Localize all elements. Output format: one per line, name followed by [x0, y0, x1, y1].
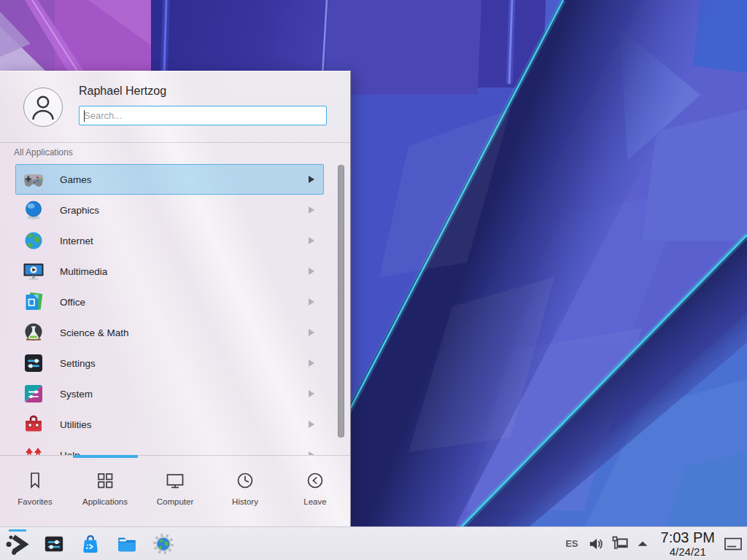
- applications-icon: [95, 470, 115, 491]
- kde-launcher-icon: [5, 532, 30, 556]
- search-field[interactable]: [79, 106, 327, 125]
- user-avatar[interactable]: [23, 88, 63, 127]
- leave-icon: [305, 470, 325, 491]
- taskbar-launchers: [4, 527, 177, 560]
- system-tray: ES 7:03 PM 4/24/21: [565, 527, 747, 560]
- category-label: Utilities: [60, 419, 309, 430]
- favorites-icon: [25, 470, 45, 491]
- category-label: Graphics: [60, 205, 309, 216]
- submenu-arrow-icon: [309, 237, 314, 244]
- submenu-arrow-icon: [309, 421, 314, 428]
- submenu-arrow-icon: [309, 176, 314, 183]
- category-row-graphics[interactable]: Graphics: [15, 195, 324, 225]
- computer-icon: [165, 470, 185, 491]
- submenu-arrow-icon: [309, 329, 314, 336]
- games-icon: [22, 168, 45, 191]
- submenu-arrow-icon: [309, 298, 314, 306]
- dolphin-icon: [116, 533, 138, 555]
- category-row-office[interactable]: Office: [15, 287, 324, 317]
- submenu-arrow-icon: [309, 206, 314, 214]
- taskbar-app-launcher[interactable]: [4, 529, 31, 559]
- category-row-games[interactable]: Games: [15, 164, 324, 195]
- network-icon[interactable]: [611, 535, 629, 553]
- category-label: Internet: [60, 236, 309, 246]
- category-row-utilities[interactable]: Utilities: [15, 409, 324, 440]
- tab-bar: FavoritesApplicationsComputerHistoryLeav…: [0, 458, 350, 527]
- settings-icon: [22, 351, 45, 375]
- science-icon: [22, 321, 45, 344]
- multimedia-icon: [22, 260, 45, 283]
- category-label: Help: [60, 450, 309, 456]
- submenu-arrow-icon: [309, 359, 314, 367]
- tab-leave[interactable]: Leave: [280, 458, 350, 527]
- clock-date: 4/24/21: [670, 546, 706, 557]
- tab-label: History: [232, 497, 258, 506]
- tab-favorites[interactable]: Favorites: [0, 458, 70, 527]
- submenu-arrow-icon: [309, 268, 314, 275]
- volume-icon[interactable]: [588, 536, 604, 552]
- internet-icon: [22, 229, 45, 252]
- history-icon: [235, 470, 255, 491]
- application-launcher-menu: Raphael Hertzog All Applications GamesGr…: [0, 71, 351, 526]
- taskbar-web-browser[interactable]: [150, 529, 177, 559]
- graphics-icon: [22, 198, 45, 222]
- tab-label: Applications: [82, 497, 128, 506]
- category-label: Multimedia: [60, 266, 309, 277]
- user-name: Raphael Hertzog: [79, 85, 166, 98]
- text-caret: [84, 110, 85, 122]
- expand-tray-caret-icon[interactable]: [636, 537, 649, 551]
- category-row-science-math[interactable]: Science & Math: [15, 317, 324, 348]
- category-row-multimedia[interactable]: Multimedia: [15, 256, 324, 287]
- category-row-internet[interactable]: Internet: [15, 225, 324, 256]
- header-separator: [0, 142, 350, 143]
- tab-computer[interactable]: Computer: [140, 458, 210, 527]
- submenu-arrow-icon: [309, 390, 314, 397]
- category-label: System: [60, 389, 309, 400]
- category-row-help[interactable]: Help: [15, 440, 324, 455]
- clock-time: 7:03 PM: [661, 530, 715, 545]
- utilities-icon: [22, 413, 45, 436]
- system-icon: [22, 382, 45, 405]
- scrollbar-thumb[interactable]: [338, 165, 344, 438]
- section-label: All Applications: [14, 147, 73, 158]
- category-row-settings[interactable]: Settings: [15, 348, 324, 378]
- help-icon: [22, 443, 45, 455]
- category-label: Office: [60, 297, 309, 308]
- active-task-indicator: [9, 529, 26, 532]
- tabbar-separator: [0, 455, 350, 456]
- tab-label: Leave: [303, 497, 326, 506]
- tab-label: Favorites: [18, 497, 52, 506]
- user-icon: [24, 88, 62, 126]
- menu-header: Raphael Hertzog: [0, 71, 350, 142]
- tab-applications[interactable]: Applications: [70, 458, 140, 527]
- show-desktop-button[interactable]: [722, 529, 744, 559]
- digital-clock[interactable]: 7:03 PM 4/24/21: [661, 530, 715, 557]
- category-label: Settings: [60, 358, 309, 369]
- category-row-system[interactable]: System: [15, 378, 324, 409]
- taskbar-file-manager[interactable]: [114, 529, 140, 559]
- category-label: Science & Math: [60, 327, 309, 338]
- tab-label: Computer: [157, 497, 194, 506]
- globe-gear-icon: [152, 533, 174, 555]
- category-list: GamesGraphicsInternetMultimediaOfficeSci…: [0, 164, 336, 455]
- discover-icon: [80, 533, 101, 555]
- keyboard-layout-indicator[interactable]: ES: [565, 538, 578, 549]
- systemsettings-icon: [43, 533, 65, 555]
- office-icon: [22, 290, 45, 314]
- taskbar-system-settings[interactable]: [41, 529, 67, 559]
- tab-history[interactable]: History: [210, 458, 280, 527]
- taskbar-panel: ES 7:03 PM 4/24/21: [0, 526, 747, 560]
- taskbar-discover[interactable]: [77, 529, 104, 559]
- search-input[interactable]: [80, 106, 326, 125]
- category-label: Games: [60, 174, 309, 185]
